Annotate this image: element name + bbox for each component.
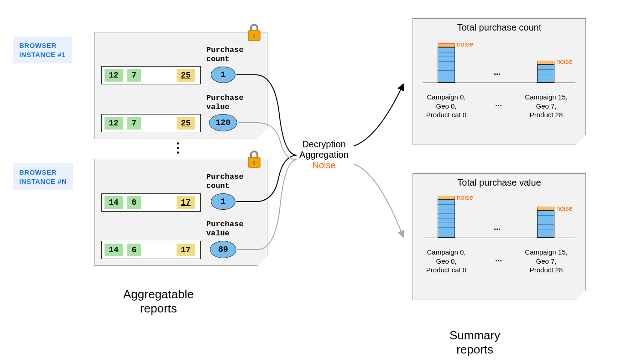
noise-label: noise [556, 204, 573, 212]
key-chip: 14 [104, 244, 123, 256]
key-chip: 17 [177, 244, 195, 256]
summary-bar [438, 196, 455, 238]
right-caption: Summary reports [449, 328, 500, 357]
key-chip: 6 [127, 244, 141, 256]
left-caption: Aggregatable reports [123, 287, 194, 316]
ellipsis-vertical-icon: ⋮ [172, 145, 184, 150]
noise-segment [438, 43, 455, 47]
metric-label: Purchase count [206, 172, 244, 190]
metric-value-oval: 1 [211, 67, 235, 83]
metric-value-oval: 1 [211, 193, 235, 210]
metric-value: 120 [216, 118, 230, 127]
noise-label: noise [556, 57, 573, 65]
ellipsis-icon: ... [495, 254, 502, 264]
report-1-key-row-1: 12 7 25 [101, 66, 201, 84]
metric-value-oval: 89 [210, 241, 236, 258]
noise-label: noise [457, 193, 473, 201]
report-n-key-row-1: 14 6 17 [101, 193, 201, 212]
metric-label: Purchase count [206, 46, 244, 63]
ellipsis-icon: ... [495, 99, 502, 109]
bar-caption: Campaign 15, Geo 7, Product 28 [511, 93, 582, 120]
key-chip: 12 [104, 69, 123, 82]
summary-bar [438, 43, 455, 83]
summary-title: Total purchase count [413, 22, 585, 33]
report-1-key-row-2: 12 7 25 [101, 114, 201, 132]
browser-tag-1: BROWSER INSTANCE #1 [13, 36, 72, 63]
key-chip: 7 [127, 117, 141, 130]
summary-title: Total purchase value [413, 177, 585, 188]
summary-bar [537, 61, 554, 83]
noise-segment [537, 207, 554, 210]
noise-segment [438, 196, 455, 199]
summary-bar [537, 207, 554, 238]
svg-rect-3 [253, 161, 255, 165]
svg-rect-1 [253, 34, 255, 38]
noise-segment [537, 61, 554, 64]
metric-label: Purchase value [206, 220, 244, 238]
key-chip: 25 [177, 117, 195, 130]
process-line-noise: Noise [299, 160, 349, 171]
key-chip: 12 [104, 117, 123, 130]
lock-icon [246, 149, 263, 169]
bar-caption: Campaign 0, Geo 0, Product cat 0 [413, 93, 480, 120]
metric-value: 89 [218, 245, 228, 254]
summary-chart-count: noise noise ... [423, 39, 575, 83]
bar-caption: Campaign 0, Geo 0, Product cat 0 [413, 248, 480, 275]
key-chip: 25 [177, 69, 195, 82]
metric-value: 1 [221, 197, 226, 206]
key-chip: 14 [104, 196, 123, 209]
data-segment [438, 47, 455, 83]
noise-label: noise [457, 40, 473, 48]
process-line: Decryption [299, 139, 349, 150]
report-n-key-row-2: 14 6 17 [101, 241, 201, 259]
metric-value: 1 [221, 70, 226, 79]
key-chip: 6 [127, 196, 141, 209]
bar-caption: Campaign 15, Geo 7, Product 28 [511, 248, 582, 275]
summary-chart-value: noise noise ... [423, 194, 575, 238]
key-chip: 7 [127, 69, 141, 82]
ellipsis-icon: ... [494, 223, 501, 232]
metric-value-oval: 120 [209, 114, 237, 131]
summary-report-count: Total purchase count noise noise ... Cam… [413, 18, 586, 145]
process-line: Aggregation [299, 150, 349, 160]
lock-icon [246, 22, 263, 42]
summary-report-value: Total purchase value noise noise ... Cam… [413, 173, 586, 300]
data-segment [537, 210, 554, 238]
ellipsis-icon: ... [494, 68, 501, 77]
data-segment [537, 64, 554, 83]
process-labels: Decryption Aggregation Noise [299, 139, 349, 171]
browser-tag-n: BROWSER INSTANCE #N [13, 163, 73, 190]
key-chip: 17 [177, 196, 195, 209]
metric-label: Purchase value [206, 94, 244, 111]
data-segment [438, 199, 455, 238]
